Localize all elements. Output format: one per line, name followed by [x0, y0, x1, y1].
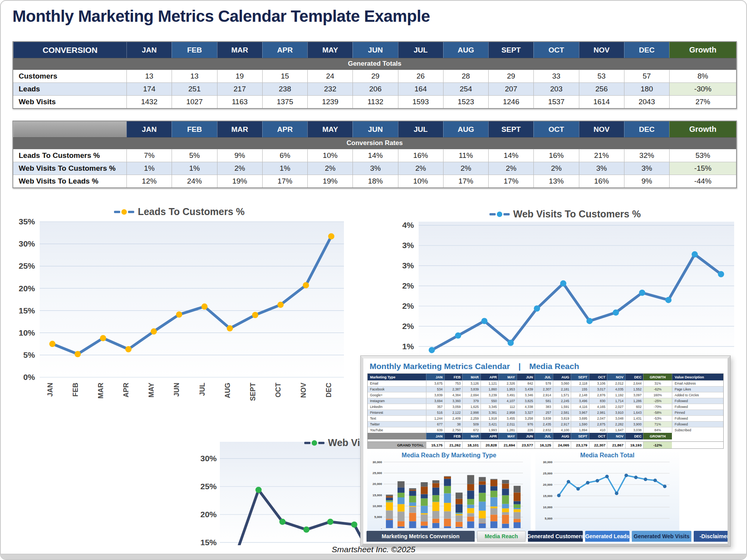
month-header[interactable]: JUN [352, 121, 398, 137]
row-label[interactable]: LinkedIn [368, 404, 426, 410]
cell-value[interactable]: 3,825 [517, 398, 535, 404]
cell-value[interactable]: 2,118 [571, 381, 589, 386]
cell-value[interactable]: 2% [443, 162, 488, 175]
grand-total-label[interactable]: GRAND TOTAL [368, 442, 426, 448]
sheet-tab-marketing-metrics-conversion[interactable]: Marketing Metrics Conversion [366, 531, 475, 542]
month-header[interactable]: AUG [443, 42, 488, 58]
cell-value[interactable]: 2,027 [607, 404, 625, 410]
growth-value[interactable]: -62% [643, 387, 672, 392]
cell-value[interactable]: 3,097 [625, 392, 644, 398]
cell-value[interactable]: 3,106 [589, 381, 607, 386]
cell-value[interactable]: 672 [462, 427, 480, 433]
value-description[interactable]: Added to Circles [672, 392, 723, 398]
cell-value[interactable]: 1,590 [571, 422, 589, 427]
cell-value[interactable]: 17% [488, 175, 533, 187]
value-description[interactable]: Followed [672, 416, 723, 421]
row-label[interactable]: Google+ [368, 392, 426, 398]
month-header[interactable]: OCT [589, 433, 607, 439]
month-header[interactable]: JAN [126, 121, 172, 137]
cell-value[interactable]: 2,047 [589, 416, 607, 421]
cell-value[interactable]: 379 [462, 398, 480, 404]
cell-value[interactable]: 164 [398, 83, 443, 95]
month-header[interactable]: NOV [579, 42, 624, 58]
cell-value[interactable]: 29 [488, 70, 533, 82]
cell-value[interactable]: 1027 [172, 96, 217, 108]
month-header[interactable]: SEPT [571, 374, 589, 380]
cell-value[interactable]: 38 [444, 422, 463, 427]
growth-value[interactable]: -30% [669, 83, 736, 95]
cell-value[interactable]: 1% [172, 162, 217, 175]
cell-value[interactable]: 15 [262, 70, 307, 82]
cell-value[interactable]: 251 [172, 83, 217, 95]
cell-value[interactable]: 2,409 [444, 416, 463, 421]
cell-value[interactable]: 1,894 [571, 427, 589, 433]
cell-value[interactable]: 4,338 [517, 404, 535, 410]
cell-value[interactable]: 26 [398, 70, 443, 82]
month-header[interactable]: NOV [607, 433, 625, 439]
month-header[interactable]: NOV [579, 121, 624, 137]
cell-value[interactable]: 28 [443, 70, 488, 82]
cell-value[interactable]: 7% [126, 149, 172, 162]
table-corner-header[interactable] [368, 433, 426, 439]
cell-value[interactable]: 10% [307, 149, 352, 162]
cell-value[interactable]: 581 [535, 398, 553, 404]
cell-value[interactable]: 516 [426, 410, 444, 415]
cell-value[interactable]: 3,346 [517, 392, 535, 398]
cell-value[interactable]: 2,122 [444, 410, 463, 415]
cell-value[interactable]: 3,345 [480, 404, 499, 410]
growth-header[interactable]: GROWTH [643, 374, 672, 380]
cell-value[interactable]: 1,625 [462, 404, 480, 410]
cell-value[interactable]: 3,838 [535, 416, 553, 421]
row-label[interactable]: Email [368, 381, 426, 386]
cell-value[interactable]: 3,126 [462, 381, 480, 386]
row-label[interactable]: Instagram [368, 398, 426, 404]
cell-value[interactable]: 3% [579, 162, 624, 175]
cell-value[interactable]: 10% [398, 175, 443, 187]
cell-value[interactable]: 357 [426, 404, 444, 410]
cell-value[interactable]: 2,245 [553, 398, 571, 404]
cell-value[interactable]: 3,839 [462, 387, 480, 392]
cell-value[interactable]: 4,116 [571, 404, 589, 410]
month-header[interactable]: APR [480, 374, 499, 380]
cell-value[interactable]: 4,100 [553, 427, 571, 433]
growth-header[interactable]: GROWTH [643, 433, 672, 439]
growth-value[interactable]: -44% [669, 175, 736, 187]
cell-value[interactable]: 1432 [126, 96, 172, 108]
row-label[interactable]: Leads To Customers % [13, 149, 126, 162]
row-label[interactable]: Facebook [368, 387, 426, 392]
month-header[interactable]: OCT [589, 374, 607, 380]
grand-total-value[interactable]: 22,307 [589, 442, 607, 448]
cell-value[interactable]: 112 [498, 404, 517, 410]
cell-value[interactable]: 9% [624, 175, 669, 187]
cell-value[interactable]: 383 [535, 404, 553, 410]
month-header[interactable]: MAR [462, 374, 480, 380]
cell-value[interactable]: 13 [172, 70, 217, 82]
cell-value[interactable]: 1593 [398, 96, 443, 108]
cell-value[interactable]: 1,121 [480, 381, 499, 386]
cell-value[interactable]: 2043 [624, 96, 669, 108]
cell-value[interactable]: 32% [624, 149, 669, 162]
cell-value[interactable]: 2% [398, 162, 443, 175]
cell-value[interactable]: 6% [262, 149, 307, 162]
cell-value[interactable]: 203 [533, 83, 579, 95]
month-header[interactable]: DEC [624, 42, 669, 58]
row-label[interactable]: YouTube [368, 427, 426, 433]
grand-total-value[interactable]: 24,065 [553, 442, 571, 448]
month-header[interactable]: SEPT [571, 433, 589, 439]
month-header[interactable]: FEB [172, 121, 217, 137]
cell-value[interactable]: 1,192 [607, 392, 625, 398]
cell-value[interactable]: 232 [307, 83, 352, 95]
cell-value[interactable]: 3,258 [517, 416, 535, 421]
cell-value[interactable]: 14% [352, 149, 398, 162]
cell-value[interactable]: 254 [443, 83, 488, 95]
cell-value[interactable]: 17% [443, 175, 488, 187]
month-header[interactable]: JUL [398, 42, 443, 58]
month-header[interactable]: MAY [498, 374, 517, 380]
cell-value[interactable]: 2,011 [498, 422, 517, 427]
cell-value[interactable]: 53 [579, 70, 624, 82]
value-description[interactable]: Subscribed [672, 427, 723, 433]
growth-header[interactable]: Growth [669, 121, 736, 137]
month-header[interactable]: APR [480, 433, 499, 439]
cell-value[interactable]: 226 [517, 427, 535, 433]
month-header[interactable]: AUG [553, 374, 571, 380]
